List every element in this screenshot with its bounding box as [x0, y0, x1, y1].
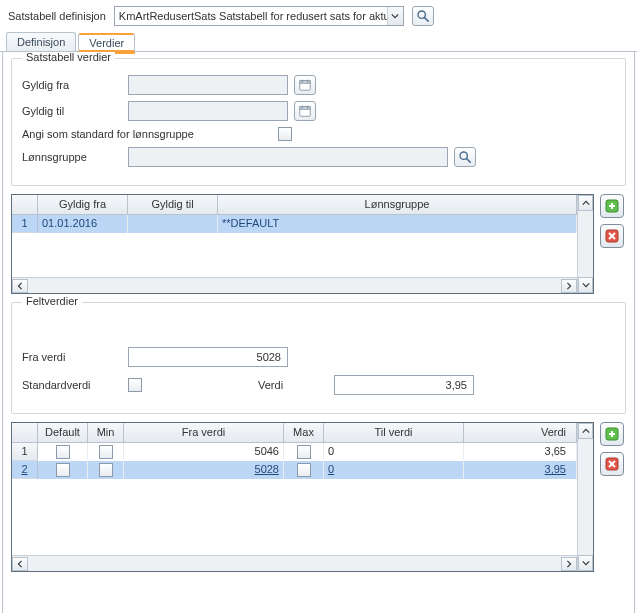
- calendar-icon: [298, 78, 312, 92]
- search-icon: [416, 9, 430, 23]
- gyldig-fra-datepicker-button[interactable]: [294, 75, 316, 95]
- grid2-col-til-verdi[interactable]: Til verdi: [324, 423, 464, 442]
- feltverdier-grid[interactable]: Default Min Fra verdi Max Til verdi Verd…: [11, 422, 594, 572]
- fra-verdi-input[interactable]: [128, 347, 288, 367]
- satstabell-definisjon-label: Satstabell definisjon: [8, 10, 106, 22]
- cell-min-checkbox[interactable]: [99, 445, 113, 459]
- fra-verdi-label: Fra verdi: [22, 351, 122, 363]
- scroll-left-icon[interactable]: [12, 279, 28, 293]
- gyldig-fra-label: Gyldig fra: [22, 79, 122, 91]
- tab-definisjon[interactable]: Definisjon: [6, 32, 76, 51]
- gyldig-fra-input[interactable]: [128, 75, 288, 95]
- feltverdier-legend: Feltverdier: [22, 295, 82, 307]
- scroll-left-icon[interactable]: [12, 557, 28, 571]
- grid2-vscroll[interactable]: [577, 423, 593, 571]
- tabs: Definisjon Verdier: [0, 30, 637, 52]
- row-number: 1: [12, 443, 38, 461]
- gyldig-til-datepicker-button[interactable]: [294, 101, 316, 121]
- angi-standard-lonnsgruppe-label: Angi som standard for lønnsgruppe: [22, 128, 272, 140]
- calendar-icon: [298, 104, 312, 118]
- grid1-col-gyldig-til[interactable]: Gyldig til: [128, 195, 218, 214]
- grid2-hscroll[interactable]: [12, 555, 577, 571]
- delete-icon: [604, 228, 620, 244]
- cell-til-verdi[interactable]: 0: [324, 443, 464, 461]
- standardverdi-label: Standardverdi: [22, 379, 122, 391]
- gyldig-til-input[interactable]: [128, 101, 288, 121]
- grid1-header: Gyldig fra Gyldig til Lønnsgruppe: [12, 195, 577, 215]
- delete-icon: [604, 456, 620, 472]
- satstabell-definisjon-combo[interactable]: KmArtRedusertSats Satstabell for reduser…: [114, 6, 404, 26]
- cell-max-checkbox[interactable]: [297, 445, 311, 459]
- cell-verdi[interactable]: 3,95: [464, 461, 577, 479]
- grid2-col-verdi[interactable]: Verdi: [464, 423, 577, 442]
- search-icon: [458, 150, 472, 164]
- grid2-delete-button[interactable]: [600, 452, 624, 476]
- row-number: 1: [12, 215, 38, 233]
- grid1-vscroll[interactable]: [577, 195, 593, 293]
- cell-gyldig-fra[interactable]: 01.01.2016: [38, 215, 128, 233]
- satstabell-definisjon-value: KmArtRedusertSats Satstabell for reduser…: [115, 10, 387, 22]
- grid2-col-min[interactable]: Min: [88, 423, 124, 442]
- grid2-header: Default Min Fra verdi Max Til verdi Verd…: [12, 423, 577, 443]
- cell-max-checkbox[interactable]: [297, 463, 311, 477]
- scroll-right-icon[interactable]: [561, 279, 577, 293]
- grid2-col-max[interactable]: Max: [284, 423, 324, 442]
- plus-icon: [604, 426, 620, 442]
- angi-standard-lonnsgruppe-checkbox[interactable]: [278, 127, 292, 141]
- grid2-col-default[interactable]: Default: [38, 423, 88, 442]
- feltverdier-group: Feltverdier Fra verdi Standardverdi Verd…: [11, 302, 626, 414]
- grid2-add-button[interactable]: [600, 422, 624, 446]
- grid1-col-gyldig-fra[interactable]: Gyldig fra: [38, 195, 128, 214]
- verdi-label: Verdi: [258, 379, 328, 391]
- table-row[interactable]: 1 01.01.2016 **DEFAULT: [12, 215, 577, 233]
- cell-verdi[interactable]: 3,65: [464, 443, 577, 461]
- lonnsgruppe-lookup-button[interactable]: [454, 147, 476, 167]
- combo-arrow-icon[interactable]: [387, 7, 403, 25]
- row-number: 2: [12, 461, 38, 479]
- cell-min-checkbox[interactable]: [99, 463, 113, 477]
- satstabell-verdier-legend: Satstabell verdier: [22, 52, 115, 63]
- cell-default-checkbox[interactable]: [56, 463, 70, 477]
- grid2-col-fra-verdi[interactable]: Fra verdi: [124, 423, 284, 442]
- satstabell-search-button[interactable]: [412, 6, 434, 26]
- cell-fra-verdi[interactable]: 5046: [124, 443, 284, 461]
- lonnsgruppe-label: Lønnsgruppe: [22, 151, 122, 163]
- satstabell-grid[interactable]: Gyldig fra Gyldig til Lønnsgruppe 1 01.0…: [11, 194, 594, 294]
- cell-lonnsgruppe[interactable]: **DEFAULT: [218, 215, 577, 233]
- lonnsgruppe-input[interactable]: [128, 147, 448, 167]
- scroll-down-icon[interactable]: [578, 277, 593, 293]
- tab-body-verdier: Satstabell verdier Gyldig fra Gyldig til…: [2, 52, 635, 613]
- scroll-up-icon[interactable]: [578, 423, 593, 439]
- gyldig-til-label: Gyldig til: [22, 105, 122, 117]
- cell-fra-verdi[interactable]: 5028: [124, 461, 284, 479]
- plus-icon: [604, 198, 620, 214]
- verdi-input[interactable]: [334, 375, 474, 395]
- grid1-hscroll[interactable]: [12, 277, 577, 293]
- cell-default-checkbox[interactable]: [56, 445, 70, 459]
- table-row[interactable]: 1 5046 0 3,65: [12, 443, 577, 461]
- satstabell-verdier-group: Satstabell verdier Gyldig fra Gyldig til…: [11, 58, 626, 186]
- scroll-down-icon[interactable]: [578, 555, 593, 571]
- cell-gyldig-til[interactable]: [128, 215, 218, 233]
- grid1-add-button[interactable]: [600, 194, 624, 218]
- tab-verdier[interactable]: Verdier: [78, 33, 135, 52]
- grid1-delete-button[interactable]: [600, 224, 624, 248]
- grid1-col-lonnsgruppe[interactable]: Lønnsgruppe: [218, 195, 577, 214]
- table-row[interactable]: 2 5028 0 3,95: [12, 461, 577, 479]
- scroll-right-icon[interactable]: [561, 557, 577, 571]
- standardverdi-checkbox[interactable]: [128, 378, 142, 392]
- scroll-up-icon[interactable]: [578, 195, 593, 211]
- cell-til-verdi[interactable]: 0: [324, 461, 464, 479]
